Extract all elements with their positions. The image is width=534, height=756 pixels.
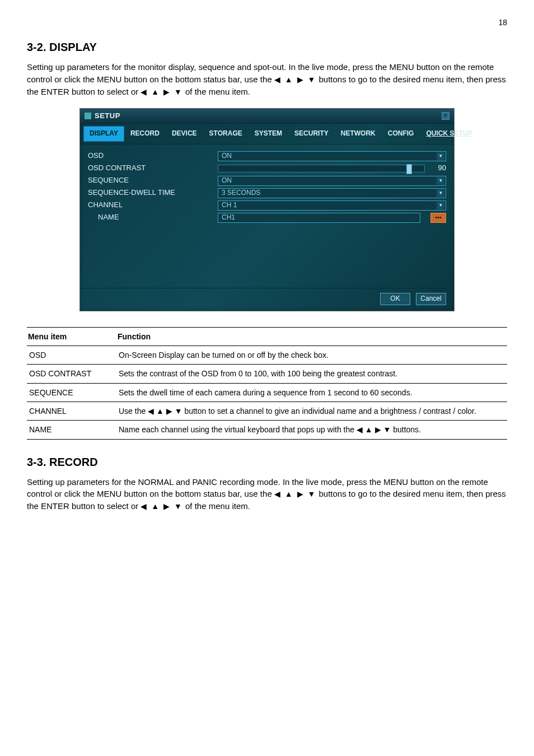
chevron-down-icon[interactable]: ▾ <box>437 189 444 197</box>
display-para-text-c: of the menu item. <box>185 87 250 96</box>
cell-menu-item: CHANNEL <box>27 402 116 420</box>
tab-config[interactable]: CONFIG <box>382 126 420 141</box>
arrow-icons: ◀ ▲ ▶ ▼ <box>274 489 316 498</box>
cell-function: On-Screen Display can be turned on or of… <box>116 346 507 365</box>
close-icon[interactable]: × <box>442 112 449 120</box>
window-title: SETUP <box>95 111 120 122</box>
tab-system[interactable]: SYSTEM <box>249 126 288 141</box>
label-dwell: SEQUENCE-DWELL TIME <box>88 188 211 198</box>
tab-storage[interactable]: STORAGE <box>203 126 249 141</box>
record-para-text-c: of the menu item. <box>185 501 250 511</box>
slider-thumb[interactable] <box>406 164 412 174</box>
chevron-down-icon[interactable]: ▾ <box>437 152 444 160</box>
cell-menu-item: OSD CONTRAST <box>27 365 116 383</box>
slider-osd-contrast[interactable] <box>218 165 425 172</box>
tab-bar: DISPLAYRECORDDEVICESTORAGESYSTEMSECURITY… <box>80 124 454 144</box>
label-osd: OSD <box>88 151 211 161</box>
slider-value: 90 <box>430 163 446 174</box>
tab-network[interactable]: NETWORK <box>335 126 382 141</box>
chevron-down-icon[interactable]: ▾ <box>437 177 444 185</box>
field-osd-value: ON <box>222 151 232 161</box>
table-row: CHANNELUse the ◀ ▲ ▶ ▼ button to set a c… <box>27 402 507 420</box>
cell-function: Name each channel using the virtual keyb… <box>116 421 507 439</box>
tab-security[interactable]: SECURITY <box>288 126 335 141</box>
table-row: OSDOn-Screen Display can be turned on or… <box>27 346 507 365</box>
cell-function: Use the ◀ ▲ ▶ ▼ button to set a channel … <box>116 402 507 420</box>
arrow-icons: ◀ ▲ ▶ ▼ <box>274 75 316 84</box>
th-function: Function <box>116 327 507 346</box>
cancel-button[interactable]: Cancel <box>416 293 446 305</box>
tab-quick-setup[interactable]: QUICK SETUP <box>420 126 478 141</box>
arrow-icons: ◀ ▲ ▶ ▼ <box>140 87 182 96</box>
table-row: OSD CONTRASTSets the contrast of the OSD… <box>27 365 507 383</box>
window-icon <box>85 113 91 119</box>
field-osd[interactable]: ON ▾ <box>218 151 446 161</box>
cell-menu-item: OSD <box>27 346 116 365</box>
section-display-paragraph: Setting up parameters for the monitor di… <box>27 61 507 97</box>
display-menu-table: Menu item Function OSDOn-Screen Display … <box>27 327 507 440</box>
label-name: NAME <box>88 212 211 223</box>
field-sequence[interactable]: ON ▾ <box>218 176 446 186</box>
label-channel: CHANNEL <box>88 200 211 211</box>
tab-device[interactable]: DEVICE <box>166 126 203 141</box>
field-name-value: CH1 <box>222 213 235 222</box>
label-osd-contrast: OSD CONTRAST <box>88 163 211 174</box>
page-number: 18 <box>27 17 507 28</box>
field-channel-value: CH 1 <box>222 200 237 210</box>
chevron-down-icon[interactable]: ▾ <box>437 202 444 209</box>
cell-menu-item: SEQUENCE <box>27 383 116 402</box>
label-sequence: SEQUENCE <box>88 175 211 186</box>
cell-function: Sets the contrast of the OSD from 0 to 1… <box>116 365 507 383</box>
field-dwell-value: 3 SECONDS <box>222 188 260 198</box>
field-dwell[interactable]: 3 SECONDS ▾ <box>218 188 446 198</box>
window-titlebar: SETUP × <box>80 109 454 124</box>
tab-display[interactable]: DISPLAY <box>83 126 124 141</box>
table-row: NAMEName each channel using the virtual … <box>27 421 507 439</box>
table-row: SEQUENCESets the dwell time of each came… <box>27 383 507 402</box>
section-display-heading: 3-2. DISPLAY <box>27 39 507 55</box>
ok-button[interactable]: OK <box>380 293 410 305</box>
field-name[interactable]: CH1 <box>218 213 420 223</box>
setup-screenshot: SETUP × DISPLAYRECORDDEVICESTORAGESYSTEM… <box>79 108 455 311</box>
section-record-heading: 3-3. RECORD <box>27 454 507 470</box>
field-channel[interactable]: CH 1 ▾ <box>218 200 446 211</box>
section-record-paragraph: Setting up parameters for the NORMAL and… <box>27 476 507 512</box>
cell-function: Sets the dwell time of each camera durin… <box>116 383 507 402</box>
field-sequence-value: ON <box>222 176 232 185</box>
arrow-icons: ◀ ▲ ▶ ▼ <box>140 502 182 511</box>
tab-record[interactable]: RECORD <box>124 126 166 141</box>
cell-menu-item: NAME <box>27 421 116 439</box>
th-menu-item: Menu item <box>27 327 116 346</box>
setup-body: OSD ON ▾ OSD CONTRAST 90 SEQUENCE ON ▾ S… <box>80 144 454 288</box>
more-button[interactable]: ••• <box>430 213 446 223</box>
